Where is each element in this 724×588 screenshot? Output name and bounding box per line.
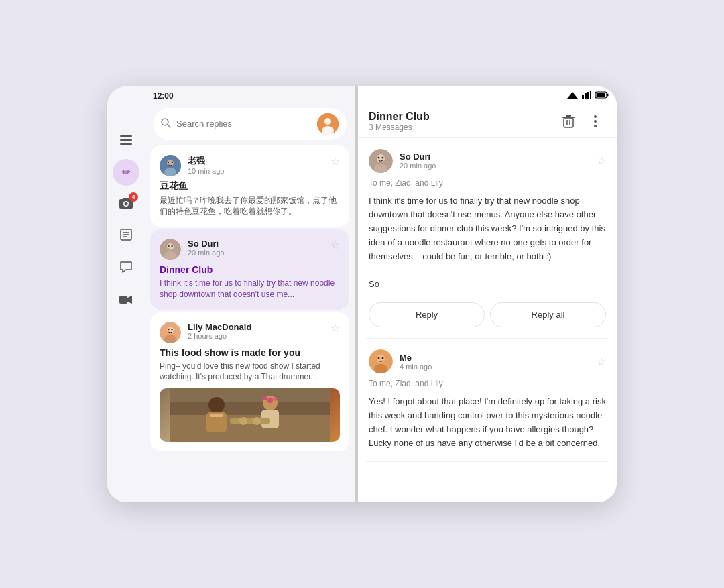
svg-point-69 <box>382 357 384 359</box>
svg-rect-51 <box>607 93 609 96</box>
sidebar-item-chat[interactable] <box>113 255 139 282</box>
msg-meta-1: 老强 10 min ago <box>188 155 324 175</box>
msg-time-2: 20 min ago <box>188 249 324 257</box>
email-messages-container: So Duri 20 min ago ☆ To me, Ziad, and Li… <box>358 138 617 502</box>
msg-header-3: Lily MacDonald 2 hours ago ☆ <box>160 322 340 343</box>
msg-meta-2: So Duri 20 min ago <box>188 239 324 257</box>
email-to-2: To me, Ziad, and Lily <box>369 379 606 388</box>
avatar-me-right <box>369 349 393 373</box>
star-btn-1[interactable]: ☆ <box>330 155 340 168</box>
thread-header: Dinner Club 3 Messages <box>358 105 617 138</box>
svg-point-68 <box>378 357 380 359</box>
star-btn-2[interactable]: ☆ <box>330 239 340 251</box>
email-body-1: I think it's time for us to finally try … <box>369 194 606 292</box>
device-container: ✏ 4 <box>107 86 617 502</box>
msg-preview-1: 最近忙吗？昨晚我去了你最爱的那家饭馆，点了他们的特色豆花鱼，吃着吃着就想你了。 <box>160 195 340 218</box>
email-message-1: So Duri 20 min ago ☆ To me, Ziad, and Li… <box>366 138 609 339</box>
time-display: 12:00 <box>153 91 174 101</box>
sidebar-item-menu[interactable] <box>113 127 139 154</box>
message-list: 老强 10 min ago ☆ 豆花鱼 最近忙吗？昨晚我去了你最爱的那家饭馆，点… <box>145 145 355 502</box>
avatar-lily <box>160 322 181 343</box>
signal-icon <box>582 91 591 101</box>
sidebar-item-compose[interactable]: ✏ <box>113 159 139 186</box>
delete-button[interactable] <box>558 111 579 132</box>
sidebar-item-inbox[interactable]: 4 <box>113 191 139 218</box>
svg-point-63 <box>378 156 380 158</box>
right-panel: Dinner Club 3 Messages <box>358 86 617 502</box>
svg-rect-43 <box>170 388 330 442</box>
compose-icon: ✏ <box>122 166 131 178</box>
email-time-1: 20 min ago <box>400 162 590 170</box>
svg-rect-54 <box>564 118 573 127</box>
battery-icon <box>595 91 609 101</box>
notes-icon <box>120 229 132 244</box>
message-card-3[interactable]: Lily MacDonald 2 hours ago ☆ This food s… <box>150 312 349 452</box>
star-btn-3[interactable]: ☆ <box>330 322 340 335</box>
msg-sender-2: So Duri <box>188 239 324 249</box>
email-header-2: Me 4 min ago ☆ <box>369 349 606 373</box>
svg-point-2 <box>125 202 128 205</box>
email-meta-2: Me 4 min ago <box>400 353 590 371</box>
msg-subject-3: This food show is made for you <box>160 347 340 358</box>
email-meta-1: So Duri 20 min ago <box>400 152 590 170</box>
msg-sender-1: 老强 <box>188 155 324 167</box>
inbox-badge: 4 <box>129 192 138 202</box>
email-body-2: Yes! I forgot about that place! I'm defi… <box>369 395 606 451</box>
left-panel: ✏ 4 <box>107 86 355 502</box>
search-icon <box>161 118 171 130</box>
email-to-1: To me, Ziad, and Lily <box>369 178 606 188</box>
sidebar-item-video[interactable] <box>113 288 139 314</box>
email-star-1[interactable]: ☆ <box>597 154 606 167</box>
message-card-2[interactable]: So Duri 20 min ago ☆ Dinner Club I think… <box>150 229 349 310</box>
svg-point-57 <box>594 115 597 118</box>
status-bar-right <box>358 86 617 105</box>
avatar-soduri-right <box>369 149 393 173</box>
reply-all-button[interactable]: Reply all <box>490 302 606 327</box>
svg-rect-46 <box>585 93 587 99</box>
email-sender-1: So Duri <box>400 152 590 162</box>
wifi-icon <box>567 91 578 101</box>
msg-time-3: 2 hours ago <box>188 332 324 340</box>
reply-button[interactable]: Reply <box>369 302 485 327</box>
email-header-1: So Duri 20 min ago ☆ <box>369 149 606 173</box>
email-star-2[interactable]: ☆ <box>597 355 606 368</box>
user-avatar <box>317 113 339 135</box>
svg-rect-47 <box>587 92 589 99</box>
svg-rect-45 <box>582 95 584 99</box>
email-time-2: 4 min ago <box>400 363 590 371</box>
msg-meta-3: Lily MacDonald 2 hours ago <box>188 322 324 340</box>
svg-point-17 <box>168 161 169 162</box>
avatar-laozhuang <box>160 155 181 176</box>
more-button[interactable] <box>585 111 606 132</box>
status-bar-left: 12:00 <box>145 86 355 105</box>
msg-time-1: 10 min ago <box>188 167 324 175</box>
menu-icon <box>117 133 135 148</box>
thread-actions <box>558 111 606 132</box>
email-message-2: Me 4 min ago ☆ To me, Ziad, and Lily Yes… <box>366 339 609 462</box>
main-content: 12:00 <box>145 86 355 502</box>
food-image <box>160 388 340 442</box>
svg-marker-44 <box>567 92 578 99</box>
svg-point-28 <box>171 328 172 329</box>
search-bar[interactable] <box>153 108 347 140</box>
chat-icon <box>120 261 132 276</box>
svg-point-22 <box>168 245 169 247</box>
svg-line-10 <box>168 125 170 127</box>
sidebar-item-notes[interactable] <box>113 223 139 250</box>
msg-preview-2: I think it's time for us to finally try … <box>160 278 340 300</box>
search-input[interactable] <box>176 119 312 129</box>
message-card-1[interactable]: 老强 10 min ago ☆ 豆花鱼 最近忙吗？昨晚我去了你最爱的那家饭馆，点… <box>150 145 349 227</box>
svg-rect-53 <box>566 115 571 117</box>
avatar-soduri-left <box>160 239 181 260</box>
svg-point-59 <box>594 125 597 127</box>
video-icon <box>119 294 133 308</box>
svg-rect-3 <box>123 198 129 200</box>
msg-header-1: 老强 10 min ago ☆ <box>160 155 340 176</box>
svg-rect-48 <box>590 91 591 99</box>
msg-header-2: So Duri 20 min ago ☆ <box>160 239 340 260</box>
svg-point-23 <box>171 245 172 247</box>
svg-point-27 <box>168 328 169 329</box>
email-sender-2: Me <box>400 353 590 363</box>
svg-point-58 <box>594 120 597 123</box>
svg-rect-50 <box>597 93 605 97</box>
